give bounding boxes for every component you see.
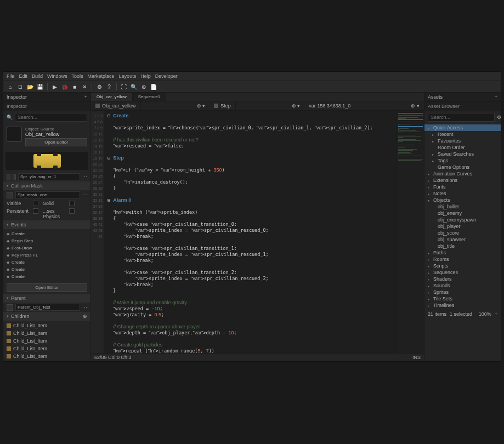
event-item[interactable]: Begin Step	[3, 237, 90, 244]
tree-folder[interactable]: ▸Scripts	[424, 263, 501, 269]
quick-access-folder[interactable]: ▾Quick Access	[424, 124, 501, 131]
menu-layouts[interactable]: Layouts	[119, 73, 137, 79]
objects-folder[interactable]: ▾Objects	[424, 197, 501, 203]
menu-build[interactable]: Build	[32, 73, 43, 79]
object-thumbnail[interactable]	[7, 127, 22, 142]
dropdown-icon[interactable]: ⊕ ▾	[197, 103, 206, 109]
menu-marketplace[interactable]: Marketplace	[88, 73, 115, 79]
tree-item[interactable]: ▸Saved Searches	[424, 151, 501, 157]
tree-folder[interactable]: ▸Shaders	[424, 276, 501, 282]
tab-obj-car[interactable]: Obj_car_yellow	[91, 93, 133, 101]
add-icon[interactable]: +	[84, 94, 87, 100]
visible-checkbox[interactable]	[33, 201, 38, 206]
stop-icon[interactable]: ■	[71, 83, 78, 90]
minimap[interactable]	[397, 111, 424, 353]
child-item[interactable]: Child_List_Item	[3, 352, 90, 360]
event-item[interactable]: Create	[3, 266, 90, 273]
expand-icon[interactable]: ⛶	[120, 83, 128, 90]
open-editor-button-2[interactable]: Open Editor	[7, 283, 87, 292]
tree-folder[interactable]: ▸Extensions	[424, 177, 501, 184]
child-item[interactable]: Child_List_Item	[3, 345, 90, 352]
menu-edit[interactable]: Edit	[19, 73, 28, 79]
tree-item[interactable]: obj_enemy	[424, 210, 501, 217]
tree-folder[interactable]: ▸Notes	[424, 190, 501, 197]
save-icon[interactable]: 💾	[36, 83, 44, 90]
settings-icon[interactable]: ⚙	[497, 115, 501, 120]
tree-folder[interactable]: ▸Tile Sets	[424, 295, 501, 302]
tree-folder[interactable]: ▸Animation Curves	[424, 170, 501, 177]
sprite-edit-icon[interactable]	[13, 174, 16, 180]
child-item[interactable]: Child_List_Item	[3, 337, 90, 345]
menu-file[interactable]: File	[7, 73, 15, 79]
home-icon[interactable]: ⌂	[7, 83, 14, 90]
docs-icon[interactable]: 📄	[150, 83, 157, 90]
subtab-event[interactable]: Step	[209, 101, 236, 110]
tree-item[interactable]: obj_enemyspawn	[424, 217, 501, 223]
mask-edit-icon[interactable]	[7, 192, 13, 198]
persistent-checkbox[interactable]	[33, 208, 38, 214]
subtab-var[interactable]: var 156:3A638:1_0	[304, 101, 355, 110]
dropdown-icon[interactable]: ⊕ ▾	[411, 103, 420, 109]
event-item[interactable]: Create	[3, 230, 90, 237]
tree-item[interactable]: obj_spawner	[424, 236, 501, 243]
menu-help[interactable]: Help	[140, 73, 151, 79]
menu-tools[interactable]: Tools	[72, 73, 83, 79]
sprite-field[interactable]	[18, 173, 80, 180]
add-child-icon[interactable]: ⊕	[83, 314, 87, 319]
dropdown-icon[interactable]: ⊕ ▾	[292, 103, 301, 109]
tree-folder[interactable]: ▸Fonts	[424, 184, 501, 190]
tab-sequence[interactable]: Sequence1	[133, 93, 166, 101]
help-icon[interactable]: ?	[105, 83, 113, 90]
tree-item[interactable]: obj_player	[424, 223, 501, 230]
physics-checkbox[interactable]	[69, 208, 75, 214]
tree-folder[interactable]: ▸Sprites	[424, 289, 501, 295]
tree-item[interactable]: ▸Recent	[424, 131, 501, 138]
tree-item[interactable]: Room Order	[424, 144, 501, 151]
inspector-search-input[interactable]	[15, 113, 87, 122]
tree-item[interactable]: ▸Favourites	[424, 138, 501, 144]
children-section[interactable]: Children⊕	[3, 312, 90, 321]
sprite-picker-icon[interactable]	[7, 174, 10, 180]
event-item[interactable]: Create	[3, 273, 90, 280]
add-icon[interactable]: +	[495, 94, 497, 100]
parent-field[interactable]	[15, 304, 80, 311]
subtab-object[interactable]: Obj_car_yellow	[91, 101, 141, 110]
child-item[interactable]: Child_List_Item	[3, 329, 90, 337]
tree-folder[interactable]: ▸Sequences	[424, 269, 501, 276]
assets-search-input[interactable]	[428, 113, 495, 122]
solid-checkbox[interactable]	[69, 201, 75, 206]
settings-icon[interactable]: ⚙	[95, 83, 103, 90]
open-editor-button[interactable]: Open Editor	[25, 138, 87, 146]
collision-mask-section[interactable]: Collision Mask	[3, 181, 90, 190]
tree-item[interactable]: obj_bullet	[424, 203, 501, 210]
child-item[interactable]: Child_List_Item	[3, 322, 90, 329]
sprite-preview[interactable]	[5, 152, 88, 170]
event-item[interactable]: Post-Draw	[3, 244, 90, 252]
dropdown-icon[interactable]: ⋯	[82, 174, 87, 180]
tree-folder[interactable]: ▸Paths	[424, 249, 501, 256]
tree-folder[interactable]: ▸Sounds	[424, 282, 501, 289]
tree-item[interactable]: obj_score	[424, 230, 501, 236]
debug-icon[interactable]: 🐞	[61, 83, 69, 90]
mask-field[interactable]	[15, 191, 80, 198]
parent-section[interactable]: Parent	[3, 294, 90, 303]
menu-windows[interactable]: Windows	[47, 73, 67, 79]
run-icon[interactable]: ▶	[51, 83, 59, 90]
zoom-out-icon[interactable]: ⊕	[140, 83, 148, 90]
open-icon[interactable]: 📂	[26, 83, 34, 90]
zoom-plus-icon[interactable]: +	[495, 311, 497, 317]
new-icon[interactable]: 🗋	[16, 83, 24, 90]
clean-icon[interactable]: ✕	[81, 83, 88, 90]
code-content[interactable]: ⊟ Create "var">sprite_index = "fn">choos…	[104, 111, 397, 353]
events-section[interactable]: Events	[3, 220, 90, 229]
tree-item[interactable]: Game Options	[424, 164, 501, 170]
tree-folder[interactable]: ▸Timelines	[424, 302, 501, 309]
tree-item[interactable]: obj_title	[424, 243, 501, 249]
dropdown-icon[interactable]: ⋯	[82, 305, 87, 310]
zoom-in-icon[interactable]: 🔍	[130, 83, 138, 90]
tree-folder[interactable]: ▸Rooms	[424, 256, 501, 263]
event-item[interactable]: Key Press F1	[3, 252, 90, 259]
tree-item[interactable]: ▸Tags	[424, 157, 501, 164]
dropdown-icon[interactable]: ⋯	[82, 192, 87, 198]
menu-developer[interactable]: Developer	[155, 73, 178, 79]
